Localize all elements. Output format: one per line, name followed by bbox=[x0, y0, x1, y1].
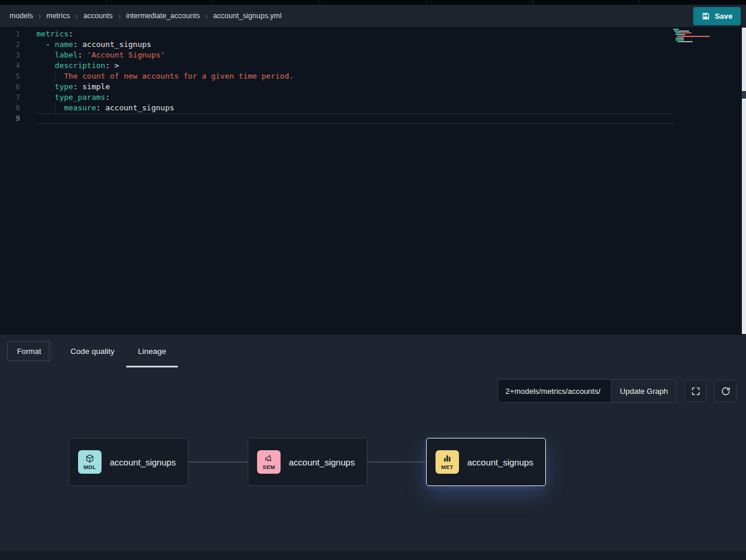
code-token: type_params bbox=[55, 93, 105, 102]
code-token: metrics bbox=[36, 29, 69, 38]
breadcrumb-item[interactable]: models bbox=[9, 12, 33, 20]
editor-code[interactable]: metrics: - name: account_signups label: … bbox=[36, 29, 699, 124]
code-token: label bbox=[55, 50, 77, 59]
code-line[interactable]: description: > bbox=[36, 60, 699, 71]
code-line[interactable]: measure: account_signups bbox=[36, 103, 699, 113]
node-badge: MET bbox=[436, 450, 459, 474]
editor-tab[interactable] bbox=[427, 0, 533, 5]
code-token: name bbox=[55, 40, 73, 49]
scrollbar-thumb[interactable] bbox=[742, 91, 746, 99]
code-token: : bbox=[69, 29, 73, 38]
node-badge: SEM bbox=[257, 450, 281, 474]
lineage-node-mdl[interactable]: MDLaccount_signups bbox=[69, 438, 188, 486]
breadcrumb-separator-icon: › bbox=[205, 12, 208, 20]
lineage-edge bbox=[367, 461, 426, 463]
code-token bbox=[36, 72, 64, 80]
code-token: : bbox=[105, 93, 110, 102]
breadcrumb-item[interactable]: intermediate_accounts bbox=[126, 12, 200, 20]
bottom-panel: Format Code qualityLineage Update Graph bbox=[0, 334, 746, 560]
indent-guide bbox=[55, 71, 55, 82]
editor-gutter[interactable]: 123456789 bbox=[0, 29, 28, 124]
node-badge-label: MDL bbox=[83, 464, 96, 470]
code-line[interactable]: The count of new accounts for a given ti… bbox=[36, 71, 699, 82]
minimap-row bbox=[673, 39, 710, 41]
minimap-row bbox=[673, 34, 710, 35]
editor-tab[interactable] bbox=[213, 0, 319, 5]
breadcrumb-bar: models›metrics›accounts›intermediate_acc… bbox=[0, 5, 746, 28]
code-token: : > bbox=[105, 61, 119, 70]
minimap-segment bbox=[681, 41, 693, 42]
line-number[interactable]: 1 bbox=[0, 29, 28, 39]
line-number[interactable]: 8 bbox=[0, 103, 28, 113]
breadcrumb-item[interactable]: account_signups.yml bbox=[213, 12, 282, 20]
line-number[interactable]: 5 bbox=[0, 71, 28, 82]
code-line[interactable]: label: 'Account Signups' bbox=[36, 50, 699, 60]
minimap-row bbox=[673, 31, 710, 32]
breadcrumb-item[interactable]: accounts bbox=[83, 12, 113, 20]
node-badge: MDL bbox=[78, 450, 102, 474]
minimap-segment bbox=[683, 34, 684, 35]
minimap-space bbox=[673, 36, 677, 37]
bar-chart-icon bbox=[443, 454, 452, 463]
node-label: account_signups bbox=[289, 457, 355, 467]
minimap-row bbox=[673, 36, 710, 37]
editor-tab[interactable] bbox=[0, 0, 106, 5]
node-label: account_signups bbox=[110, 457, 176, 467]
minimap-row bbox=[673, 41, 710, 42]
node-badge-label: SEM bbox=[262, 464, 275, 470]
code-line[interactable]: type: simple bbox=[36, 82, 699, 92]
line-number[interactable]: 7 bbox=[0, 92, 28, 103]
code-token: 'Account Signups' bbox=[87, 50, 165, 59]
code-token bbox=[36, 61, 55, 70]
editor-tab[interactable] bbox=[320, 0, 426, 5]
indent-guide bbox=[55, 103, 55, 113]
editor-tab-strip bbox=[0, 0, 746, 5]
code-token: : account_signups bbox=[73, 40, 151, 49]
code-token: : bbox=[77, 50, 87, 59]
minimap-segment bbox=[679, 31, 690, 32]
code-token bbox=[36, 50, 55, 59]
line-number[interactable]: 4 bbox=[0, 60, 28, 71]
minimap-space bbox=[673, 41, 677, 42]
line-number[interactable]: 9 bbox=[0, 113, 28, 124]
code-token: description bbox=[55, 61, 105, 70]
minimap-row bbox=[673, 43, 710, 44]
breadcrumb-separator-icon: › bbox=[38, 12, 41, 20]
editor-tab[interactable] bbox=[107, 0, 213, 5]
code-editor[interactable]: 123456789 metrics: - name: account_signu… bbox=[0, 28, 746, 334]
lineage-node-sem[interactable]: SEMaccount_signups bbox=[248, 438, 367, 486]
minimap[interactable] bbox=[673, 29, 710, 45]
code-token: measure bbox=[64, 103, 96, 112]
cube-icon bbox=[85, 454, 94, 463]
code-token: type bbox=[55, 82, 73, 91]
editor-tab[interactable] bbox=[640, 0, 746, 5]
save-icon bbox=[701, 12, 710, 21]
code-line[interactable]: type_params: bbox=[36, 92, 699, 103]
minimap-segment bbox=[676, 39, 683, 41]
panel-footer bbox=[0, 551, 746, 560]
code-token: The count of new accounts for a given ti… bbox=[64, 72, 293, 80]
breadcrumb-separator-icon: › bbox=[75, 12, 78, 20]
minimap-segment bbox=[677, 41, 682, 42]
minimap-row bbox=[673, 32, 710, 33]
node-label: account_signups bbox=[467, 457, 534, 467]
code-line[interactable] bbox=[36, 113, 673, 124]
line-number[interactable]: 2 bbox=[0, 39, 28, 50]
lineage-node-met[interactable]: METaccount_signups bbox=[426, 438, 546, 486]
code-line[interactable]: - name: account_signups bbox=[36, 39, 699, 50]
lineage-edge bbox=[188, 461, 248, 463]
line-number[interactable]: 6 bbox=[0, 82, 28, 92]
breadcrumb-item[interactable]: metrics bbox=[46, 12, 70, 20]
code-token bbox=[36, 93, 55, 102]
code-line[interactable]: metrics: bbox=[36, 29, 699, 39]
save-button[interactable]: Save bbox=[693, 7, 741, 25]
minimap-segment bbox=[678, 29, 679, 30]
line-number[interactable]: 3 bbox=[0, 50, 28, 60]
breadcrumb-separator-icon: › bbox=[118, 12, 121, 20]
editor-scrollbar[interactable] bbox=[742, 28, 746, 334]
ide-window: models›metrics›accounts›intermediate_acc… bbox=[0, 0, 746, 560]
minimap-segment bbox=[677, 36, 710, 37]
code-token: : simple bbox=[73, 82, 110, 91]
code-token: : account_signups bbox=[96, 103, 174, 112]
editor-tab[interactable] bbox=[534, 0, 640, 5]
